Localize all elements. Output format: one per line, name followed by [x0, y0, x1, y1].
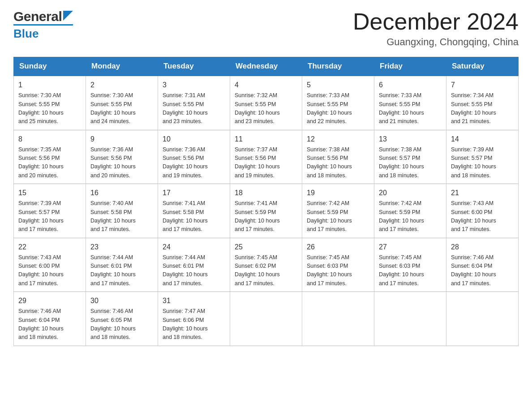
day-info: Sunrise: 7:44 AMSunset: 6:01 PMDaylight:…	[90, 253, 153, 288]
table-row: 24Sunrise: 7:44 AMSunset: 6:01 PMDayligh…	[158, 238, 230, 292]
table-row: 18Sunrise: 7:41 AMSunset: 5:59 PMDayligh…	[230, 184, 302, 238]
table-row: 10Sunrise: 7:36 AMSunset: 5:56 PMDayligh…	[158, 130, 230, 184]
table-row: 27Sunrise: 7:45 AMSunset: 6:03 PMDayligh…	[374, 238, 446, 292]
day-number: 19	[307, 188, 369, 198]
col-wednesday: Wednesday	[230, 57, 302, 76]
day-info: Sunrise: 7:38 AMSunset: 5:57 PMDaylight:…	[379, 146, 442, 180]
day-info: Sunrise: 7:36 AMSunset: 5:56 PMDaylight:…	[90, 146, 153, 180]
day-info: Sunrise: 7:46 AMSunset: 6:04 PMDaylight:…	[18, 307, 81, 342]
day-number: 27	[379, 242, 442, 253]
calendar-header-row: Sunday Monday Tuesday Wednesday Thursday…	[14, 57, 519, 76]
day-number: 11	[235, 134, 297, 145]
logo-arrow-icon	[63, 11, 73, 21]
day-number: 4	[235, 80, 297, 90]
col-saturday: Saturday	[446, 57, 519, 76]
day-info: Sunrise: 7:37 AMSunset: 5:56 PMDaylight:…	[235, 146, 297, 180]
day-info: Sunrise: 7:42 AMSunset: 5:59 PMDaylight:…	[379, 199, 442, 234]
calendar-title-block: December 2024 Guangxing, Chongqing, Chin…	[353, 9, 519, 48]
table-row: 3Sunrise: 7:31 AMSunset: 5:55 PMDaylight…	[158, 76, 230, 130]
table-row: 26Sunrise: 7:45 AMSunset: 6:03 PMDayligh…	[302, 238, 374, 292]
day-info: Sunrise: 7:30 AMSunset: 5:55 PMDaylight:…	[90, 91, 153, 126]
table-row: 31Sunrise: 7:47 AMSunset: 6:06 PMDayligh…	[158, 292, 230, 346]
day-number: 6	[379, 80, 442, 90]
day-number: 20	[379, 188, 442, 198]
calendar-week-row: 15Sunrise: 7:39 AMSunset: 5:57 PMDayligh…	[14, 184, 519, 238]
day-number: 9	[90, 134, 153, 145]
day-number: 8	[18, 134, 81, 145]
day-info: Sunrise: 7:46 AMSunset: 6:05 PMDaylight:…	[90, 307, 153, 342]
day-info: Sunrise: 7:44 AMSunset: 6:01 PMDaylight:…	[163, 253, 225, 288]
table-row: 16Sunrise: 7:40 AMSunset: 5:58 PMDayligh…	[86, 184, 158, 238]
calendar-title: December 2024	[353, 9, 519, 34]
day-number: 7	[451, 80, 514, 90]
logo: General Blue	[13, 9, 73, 41]
day-number: 22	[18, 242, 81, 253]
day-info: Sunrise: 7:40 AMSunset: 5:58 PMDaylight:…	[90, 199, 153, 234]
table-row: 8Sunrise: 7:35 AMSunset: 5:56 PMDaylight…	[14, 130, 86, 184]
day-number: 26	[307, 242, 369, 253]
day-number: 30	[90, 295, 153, 306]
day-info: Sunrise: 7:36 AMSunset: 5:56 PMDaylight:…	[163, 146, 225, 180]
day-number: 21	[451, 188, 514, 198]
table-row: 9Sunrise: 7:36 AMSunset: 5:56 PMDaylight…	[86, 130, 158, 184]
table-row: 20Sunrise: 7:42 AMSunset: 5:59 PMDayligh…	[374, 184, 446, 238]
day-number: 10	[163, 134, 225, 145]
table-row: 1Sunrise: 7:30 AMSunset: 5:55 PMDaylight…	[14, 76, 86, 130]
day-info: Sunrise: 7:30 AMSunset: 5:55 PMDaylight:…	[18, 91, 81, 126]
table-row	[374, 292, 446, 346]
table-row	[446, 292, 519, 346]
table-row: 5Sunrise: 7:33 AMSunset: 5:55 PMDaylight…	[302, 76, 374, 130]
table-row: 23Sunrise: 7:44 AMSunset: 6:01 PMDayligh…	[86, 238, 158, 292]
day-info: Sunrise: 7:47 AMSunset: 6:06 PMDaylight:…	[163, 307, 225, 342]
day-number: 17	[163, 188, 225, 198]
day-info: Sunrise: 7:43 AMSunset: 6:00 PMDaylight:…	[451, 199, 514, 234]
table-row: 13Sunrise: 7:38 AMSunset: 5:57 PMDayligh…	[374, 130, 446, 184]
table-row	[230, 292, 302, 346]
day-info: Sunrise: 7:34 AMSunset: 5:55 PMDaylight:…	[451, 91, 514, 126]
logo-general-text: General	[13, 9, 62, 24]
col-friday: Friday	[374, 57, 446, 76]
calendar-subtitle: Guangxing, Chongqing, China	[353, 36, 519, 48]
table-row: 15Sunrise: 7:39 AMSunset: 5:57 PMDayligh…	[14, 184, 86, 238]
logo-blue-text: Blue	[13, 27, 39, 41]
col-tuesday: Tuesday	[158, 57, 230, 76]
day-number: 28	[451, 242, 514, 253]
day-number: 31	[163, 295, 225, 306]
day-number: 25	[235, 242, 297, 253]
day-number: 24	[163, 242, 225, 253]
day-number: 16	[90, 188, 153, 198]
table-row: 25Sunrise: 7:45 AMSunset: 6:02 PMDayligh…	[230, 238, 302, 292]
col-monday: Monday	[86, 57, 158, 76]
table-row: 30Sunrise: 7:46 AMSunset: 6:05 PMDayligh…	[86, 292, 158, 346]
table-row: 14Sunrise: 7:39 AMSunset: 5:57 PMDayligh…	[446, 130, 519, 184]
page-header: General Blue December 2024 Guangxing, Ch…	[13, 9, 519, 48]
day-number: 18	[235, 188, 297, 198]
table-row: 4Sunrise: 7:32 AMSunset: 5:55 PMDaylight…	[230, 76, 302, 130]
table-row: 7Sunrise: 7:34 AMSunset: 5:55 PMDaylight…	[446, 76, 519, 130]
calendar-week-row: 1Sunrise: 7:30 AMSunset: 5:55 PMDaylight…	[14, 76, 519, 130]
day-number: 1	[18, 80, 81, 90]
col-thursday: Thursday	[302, 57, 374, 76]
calendar-week-row: 29Sunrise: 7:46 AMSunset: 6:04 PMDayligh…	[14, 292, 519, 346]
day-info: Sunrise: 7:33 AMSunset: 5:55 PMDaylight:…	[379, 91, 442, 126]
table-row: 28Sunrise: 7:46 AMSunset: 6:04 PMDayligh…	[446, 238, 519, 292]
day-info: Sunrise: 7:39 AMSunset: 5:57 PMDaylight:…	[18, 199, 81, 234]
day-info: Sunrise: 7:39 AMSunset: 5:57 PMDaylight:…	[451, 146, 514, 180]
col-sunday: Sunday	[14, 57, 86, 76]
table-row: 6Sunrise: 7:33 AMSunset: 5:55 PMDaylight…	[374, 76, 446, 130]
day-info: Sunrise: 7:45 AMSunset: 6:02 PMDaylight:…	[235, 253, 297, 288]
day-info: Sunrise: 7:35 AMSunset: 5:56 PMDaylight:…	[18, 146, 81, 180]
calendar-table: Sunday Monday Tuesday Wednesday Thursday…	[13, 57, 519, 346]
day-number: 13	[379, 134, 442, 145]
day-number: 29	[18, 295, 81, 306]
table-row: 22Sunrise: 7:43 AMSunset: 6:00 PMDayligh…	[14, 238, 86, 292]
table-row: 17Sunrise: 7:41 AMSunset: 5:58 PMDayligh…	[158, 184, 230, 238]
day-info: Sunrise: 7:31 AMSunset: 5:55 PMDaylight:…	[163, 91, 225, 126]
day-info: Sunrise: 7:41 AMSunset: 5:58 PMDaylight:…	[163, 199, 225, 234]
table-row: 29Sunrise: 7:46 AMSunset: 6:04 PMDayligh…	[14, 292, 86, 346]
day-number: 2	[90, 80, 153, 90]
calendar-week-row: 22Sunrise: 7:43 AMSunset: 6:00 PMDayligh…	[14, 238, 519, 292]
day-info: Sunrise: 7:32 AMSunset: 5:55 PMDaylight:…	[235, 91, 297, 126]
table-row: 2Sunrise: 7:30 AMSunset: 5:55 PMDaylight…	[86, 76, 158, 130]
day-info: Sunrise: 7:43 AMSunset: 6:00 PMDaylight:…	[18, 253, 81, 288]
